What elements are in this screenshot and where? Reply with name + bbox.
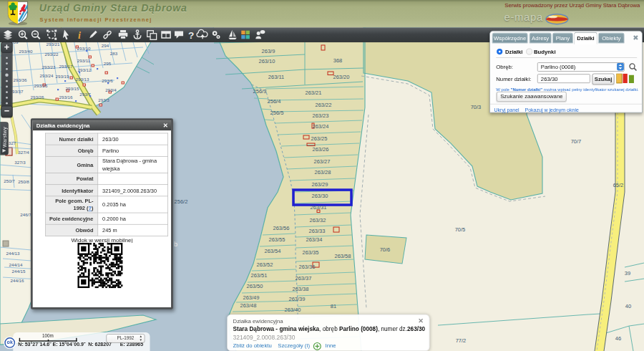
svg-text:244/14: 244/14 — [9, 262, 23, 267]
svg-text:263/50: 263/50 — [247, 283, 263, 289]
svg-text:40: 40 — [625, 303, 631, 309]
svg-text:244/16: 244/16 — [11, 278, 24, 283]
svg-text:263/54: 263/54 — [265, 248, 281, 254]
svg-text:246/7: 246/7 — [20, 212, 31, 217]
svg-text:293/36: 293/36 — [14, 77, 27, 82]
svg-text:293/16: 293/16 — [59, 95, 73, 100]
svg-text:327/3: 327/3 — [14, 160, 26, 165]
svg-text:263/32: 263/32 — [310, 217, 326, 223]
svg-text:293/25: 293/25 — [34, 83, 48, 88]
svg-text:263/25: 263/25 — [311, 135, 328, 142]
svg-text:263/27: 263/27 — [314, 158, 331, 165]
svg-text:263/37: 263/37 — [296, 275, 312, 282]
svg-text:256/2: 256/2 — [175, 198, 188, 205]
svg-text:263/11: 263/11 — [268, 74, 284, 80]
svg-text:293/22: 293/22 — [45, 52, 59, 57]
svg-text:263/26: 263/26 — [313, 146, 329, 153]
svg-text:293/6: 293/6 — [102, 78, 113, 83]
svg-text:?: ? — [188, 30, 194, 41]
svg-text:283: 283 — [110, 51, 118, 56]
svg-text:256/4: 256/4 — [268, 98, 281, 105]
svg-text:263/10: 263/10 — [259, 58, 275, 64]
svg-text:293/40: 293/40 — [19, 49, 33, 54]
svg-text:263/55: 263/55 — [269, 236, 286, 243]
svg-text:293/10: 293/10 — [77, 46, 91, 51]
svg-text:263/20: 263/20 — [333, 74, 350, 80]
svg-text:263/24: 263/24 — [313, 123, 329, 130]
svg-text:65/2: 65/2 — [613, 182, 624, 188]
svg-text:70/5: 70/5 — [455, 226, 466, 233]
svg-text:293/3: 293/3 — [98, 97, 109, 102]
svg-text:263/23: 263/23 — [313, 112, 329, 119]
svg-text:39: 39 — [625, 270, 630, 277]
svg-text:46: 46 — [615, 335, 621, 342]
svg-text:263/56: 263/56 — [273, 225, 290, 231]
svg-text:293/26: 293/26 — [31, 95, 44, 100]
svg-text:327/4: 327/4 — [18, 150, 29, 155]
svg-text:293/24: 293/24 — [40, 73, 54, 78]
svg-text:263/38: 263/38 — [293, 286, 309, 292]
svg-text:263/58: 263/58 — [335, 253, 351, 259]
svg-text:263/31: 263/31 — [311, 204, 327, 211]
svg-text:263/49: 263/49 — [243, 294, 260, 301]
svg-text:77/2: 77/2 — [456, 337, 467, 344]
svg-text:244/15: 244/15 — [12, 269, 26, 274]
svg-text:263/39: 263/39 — [289, 296, 306, 302]
svg-text:293/11: 293/11 — [77, 58, 91, 63]
svg-text:263/34: 263/34 — [306, 236, 323, 243]
svg-text:i: i — [78, 30, 81, 41]
svg-text:293/19: 293/19 — [56, 74, 69, 79]
svg-text:263/36: 263/36 — [299, 264, 316, 270]
svg-text:263/28: 263/28 — [315, 169, 331, 176]
svg-text:263/48: 263/48 — [240, 302, 257, 309]
svg-text:256/3: 256/3 — [253, 88, 267, 95]
svg-text:327: 327 — [9, 140, 16, 145]
svg-text:295: 295 — [104, 61, 112, 66]
svg-text:81: 81 — [331, 303, 336, 309]
svg-text:70/7: 70/7 — [571, 138, 582, 145]
svg-text:263/51: 263/51 — [251, 272, 268, 279]
svg-text:70/6: 70/6 — [380, 246, 391, 253]
svg-text:293/23: 293/23 — [42, 64, 56, 69]
svg-text:293/7: 293/7 — [79, 92, 91, 97]
svg-text:263/52: 263/52 — [257, 261, 273, 268]
svg-text:263/9: 263/9 — [262, 48, 275, 54]
svg-text:263/30: 263/30 — [312, 193, 328, 199]
svg-text:263/33: 263/33 — [309, 228, 326, 234]
svg-text:293/12: 293/12 — [78, 67, 92, 72]
svg-text:293/13: 293/13 — [76, 77, 89, 82]
svg-text:294: 294 — [102, 43, 109, 48]
svg-text:250/7: 250/7 — [4, 178, 15, 183]
svg-text:70/3: 70/3 — [471, 104, 482, 110]
svg-text:256/5: 256/5 — [270, 110, 284, 116]
svg-text:368: 368 — [333, 57, 343, 64]
svg-text:263/22: 263/22 — [316, 102, 332, 108]
svg-text:244/13: 244/13 — [6, 251, 20, 256]
svg-text:293/15: 293/15 — [66, 86, 79, 91]
svg-text:263/35: 263/35 — [303, 249, 319, 256]
svg-text:293/17: 293/17 — [59, 64, 73, 69]
svg-text:263/29: 263/29 — [312, 181, 328, 188]
svg-text:293/4: 293/4 — [105, 87, 117, 92]
svg-text:263/21: 263/21 — [306, 90, 322, 96]
svg-text:250/8: 250/8 — [18, 179, 29, 184]
svg-text:263/40: 263/40 — [285, 307, 301, 313]
svg-text:b: b — [174, 241, 177, 248]
